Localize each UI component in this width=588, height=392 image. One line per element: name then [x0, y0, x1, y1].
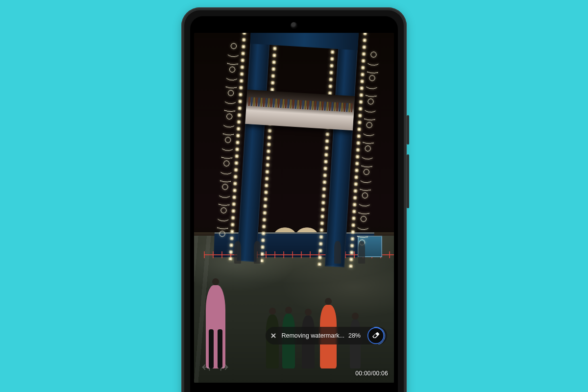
- phone-side-button: [407, 115, 409, 145]
- drop-tower-ride: [237, 33, 359, 267]
- watermark-progress-toast: Removing watermark...28%: [266, 327, 387, 344]
- person-silhouette: [234, 241, 241, 264]
- redo-icon: [219, 363, 229, 374]
- timecode-total: 00:06: [372, 370, 388, 377]
- undo-button[interactable]: [201, 363, 212, 376]
- app-screen: Removing watermark...28%: [190, 16, 398, 392]
- person-silhouette: [334, 241, 341, 264]
- timecode-current: 00:00: [355, 370, 371, 377]
- person-silhouette: [358, 241, 365, 264]
- undo-icon: [201, 363, 212, 374]
- progress-label: Removing watermark...: [281, 332, 344, 339]
- history-controls: [201, 363, 229, 376]
- timecode-display: 00:00/00:06: [355, 370, 388, 377]
- eraser-icon: [368, 327, 384, 344]
- person-silhouette: [254, 241, 261, 264]
- camera-cutout: [291, 22, 297, 29]
- phone-frame: Removing watermark...28%: [181, 7, 407, 392]
- phone-side-button: [407, 154, 409, 208]
- cancel-watermark-removal-button[interactable]: [270, 332, 277, 340]
- video-preview[interactable]: Removing watermark...28%: [194, 33, 394, 383]
- person-silhouette: [206, 285, 225, 368]
- redo-button[interactable]: [219, 363, 229, 376]
- progress-percent: 28%: [348, 332, 361, 339]
